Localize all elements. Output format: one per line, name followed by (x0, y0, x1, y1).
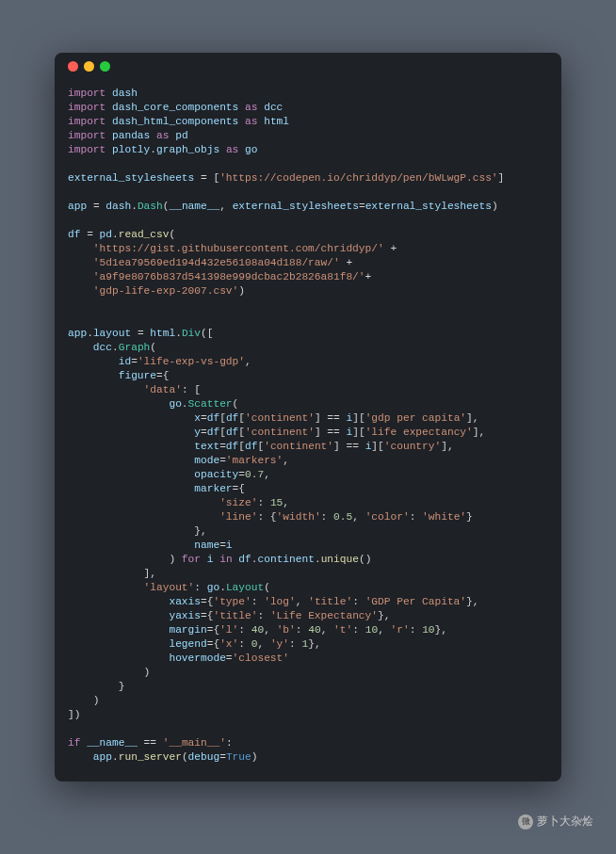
keyword: for (182, 554, 201, 565)
key: 'color' (365, 511, 410, 523)
number: 0.7 (245, 469, 264, 480)
minimize-icon[interactable] (84, 61, 94, 72)
string: 'gdp per capita' (365, 412, 466, 424)
string: 'country' (384, 441, 441, 452)
class: Layout (226, 582, 264, 593)
number: 15 (270, 497, 283, 508)
kwarg: margin (169, 624, 206, 636)
module: html (150, 328, 175, 339)
string: 'log' (264, 596, 296, 607)
module: dash (105, 201, 131, 212)
var: app (68, 201, 87, 212)
string: 'Life Expectancy' (270, 610, 378, 621)
var: df (68, 229, 80, 240)
string: 'https://codepen.io/chriddyp/pen/bWLwgP.… (219, 172, 497, 184)
string: 'continent' (264, 441, 333, 452)
kwarg: text (194, 441, 219, 452)
number: 40 (308, 624, 320, 636)
attr: continent (257, 554, 314, 565)
module: go (207, 582, 219, 593)
alias: html (264, 116, 289, 127)
keyword: if (68, 737, 80, 749)
kwarg: id (119, 356, 131, 367)
var: i (226, 540, 233, 551)
var: i (365, 441, 372, 452)
key: 'size' (219, 497, 257, 508)
wechat-icon: 微 (518, 814, 533, 830)
key: 'width' (277, 511, 321, 523)
alias: pd (175, 130, 187, 141)
string: 'a9f9e8076b837d541398e999dcbac2b2826a81f… (93, 271, 365, 282)
key: 'type' (213, 596, 251, 607)
string: 'continent' (245, 412, 315, 424)
key: 'x' (219, 638, 238, 650)
func: unique (321, 554, 359, 565)
key: 'y' (270, 638, 289, 650)
module: dash (112, 88, 138, 99)
key: 'r' (391, 624, 410, 636)
key: 'layout' (144, 582, 195, 593)
module: dash_core_components (112, 102, 238, 113)
var: external_stylesheets (68, 172, 194, 184)
class: Div (182, 328, 201, 339)
watermark-label: 萝卜大杂烩 (537, 814, 593, 830)
kwarg: opacity (194, 469, 238, 480)
keyword: import (68, 130, 105, 141)
var: i (346, 427, 352, 438)
class: Dash (138, 201, 163, 212)
keyword: as (245, 116, 257, 127)
keyword: import (68, 144, 105, 155)
module: graph_objs (156, 144, 219, 155)
alias: go (245, 144, 257, 155)
keyword: import (68, 102, 105, 113)
var: __name__ (169, 201, 219, 212)
string: '__main__' (163, 737, 226, 749)
key: 'title' (308, 596, 352, 607)
attr: layout (93, 328, 131, 339)
string: 'GDP Per Capita' (365, 596, 466, 607)
var: df (226, 412, 238, 424)
var: app (68, 328, 87, 339)
string: 'life expectancy' (365, 427, 473, 438)
string: 'gdp-life-exp-2007.csv' (93, 285, 238, 297)
number: 10 (422, 624, 434, 636)
kwarg: xaxis (169, 596, 201, 607)
kwarg: debug (188, 751, 220, 763)
maximize-icon[interactable] (100, 61, 110, 72)
constant: True (226, 751, 251, 763)
var: df (207, 412, 219, 424)
string: 'white' (422, 511, 466, 523)
keyword: as (226, 144, 238, 155)
class: Graph (119, 342, 151, 353)
number: 1 (302, 638, 309, 650)
number: 40 (251, 624, 264, 636)
kwarg: marker (194, 483, 232, 494)
keyword: import (68, 116, 105, 127)
string: 'continent' (245, 427, 315, 438)
kwarg: mode (194, 455, 219, 466)
key: 'data' (144, 384, 182, 395)
code-content: import dash import dash_core_components … (55, 79, 561, 781)
key: 'l' (219, 624, 238, 636)
close-icon[interactable] (68, 61, 78, 72)
number: 0.5 (333, 511, 352, 523)
var: i (207, 554, 214, 565)
key: 'b' (277, 624, 296, 636)
var: i (346, 412, 352, 424)
var: app (93, 751, 112, 763)
var: df (226, 441, 238, 452)
alias: dcc (264, 102, 283, 113)
number: 0 (251, 638, 258, 650)
string: 'https://gist.githubusercontent.com/chri… (93, 243, 384, 254)
var: df (238, 554, 251, 565)
kwarg: hovermode (169, 653, 225, 664)
keyword: as (245, 102, 257, 113)
kwarg: y (194, 427, 201, 438)
string: 'closest' (233, 653, 289, 664)
key: 't' (333, 624, 352, 636)
var: df (245, 441, 257, 452)
code-window: import dash import dash_core_components … (55, 53, 561, 781)
class: Scatter (188, 398, 233, 410)
number: 10 (365, 624, 378, 636)
module: dcc (93, 342, 112, 353)
